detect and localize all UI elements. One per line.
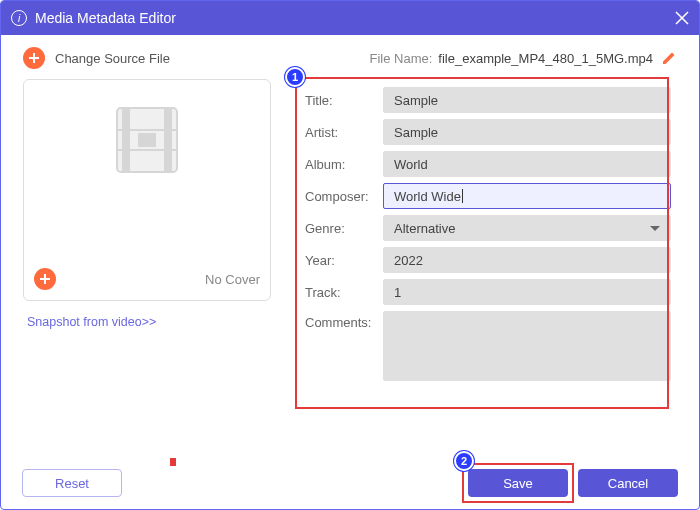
red-marker	[170, 458, 176, 466]
no-cover-label: No Cover	[205, 272, 260, 287]
video-placeholder-icon	[103, 100, 191, 180]
save-button[interactable]: Save	[468, 469, 568, 497]
title-bar: i Media Metadata Editor	[1, 1, 699, 35]
info-icon: i	[11, 10, 27, 26]
file-name-value: file_example_MP4_480_1_5MG.mp4	[438, 51, 653, 66]
track-input[interactable]	[383, 279, 671, 305]
cancel-button[interactable]: Cancel	[578, 469, 678, 497]
edit-filename-icon[interactable]	[661, 50, 677, 66]
add-cover-button[interactable]	[34, 268, 56, 290]
composer-value: World Wide	[394, 189, 461, 204]
year-input[interactable]	[383, 247, 671, 273]
window-title: Media Metadata Editor	[35, 10, 176, 26]
svg-rect-1	[123, 108, 129, 172]
text-cursor	[462, 189, 463, 203]
form-column: 1 Title: Artist: Album: Composer: World …	[299, 79, 677, 389]
album-label: Album:	[305, 157, 383, 172]
genre-value: Alternative	[394, 221, 455, 236]
comments-label: Comments:	[305, 311, 383, 330]
svg-rect-2	[165, 108, 171, 172]
cover-column: No Cover Snapshot from video>>	[23, 79, 271, 389]
snapshot-from-video-link[interactable]: Snapshot from video>>	[27, 315, 271, 329]
header-row: Change Source File File Name: file_examp…	[1, 35, 699, 79]
svg-rect-5	[139, 134, 155, 146]
cover-preview-box: No Cover	[23, 79, 271, 301]
title-label: Title:	[305, 93, 383, 108]
genre-label: Genre:	[305, 221, 383, 236]
metadata-form: Title: Artist: Album: Composer: World Wi…	[299, 79, 677, 389]
close-icon[interactable]	[675, 11, 689, 25]
track-label: Track:	[305, 285, 383, 300]
annotation-badge-2: 2	[454, 451, 474, 471]
artist-input[interactable]	[383, 119, 671, 145]
footer: Reset 2 Save Cancel	[0, 456, 700, 510]
artist-label: Artist:	[305, 125, 383, 140]
title-input[interactable]	[383, 87, 671, 113]
file-name-label: File Name:	[370, 51, 433, 66]
content-area: No Cover Snapshot from video>> 1 Title: …	[1, 79, 699, 389]
reset-button[interactable]: Reset	[22, 469, 122, 497]
comments-textarea[interactable]	[383, 311, 671, 381]
change-source-file-label: Change Source File	[55, 51, 170, 66]
change-source-file-button[interactable]	[23, 47, 45, 69]
chevron-down-icon	[650, 226, 660, 231]
album-input[interactable]	[383, 151, 671, 177]
composer-input[interactable]: World Wide	[383, 183, 671, 209]
year-label: Year:	[305, 253, 383, 268]
composer-label: Composer:	[305, 189, 383, 204]
genre-select[interactable]: Alternative	[383, 215, 671, 241]
